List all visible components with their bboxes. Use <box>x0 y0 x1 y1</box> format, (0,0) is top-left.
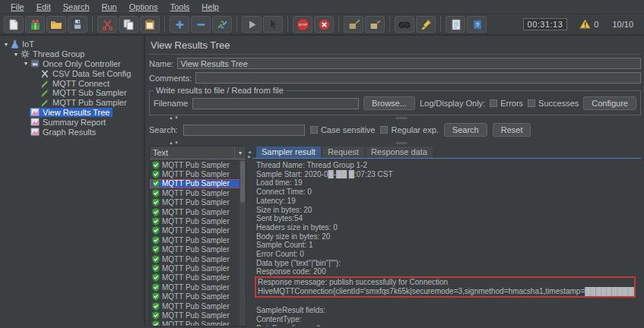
horizontal-splitter-top[interactable]: ▲▼ <box>149 115 641 121</box>
copy-button[interactable] <box>119 16 138 33</box>
tab-request[interactable]: Request <box>322 147 364 158</box>
menu-search[interactable]: Search <box>57 2 96 11</box>
configure-button[interactable]: Configure <box>583 96 636 110</box>
result-list-item[interactable]: MQTT Pub Sampler <box>150 169 246 178</box>
tree-item-csv-data-set-config[interactable]: CSV Data Set Config <box>0 68 144 78</box>
search-button[interactable] <box>395 16 414 33</box>
comments-input[interactable] <box>195 72 641 84</box>
filename-input[interactable] <box>192 98 359 109</box>
result-list-item[interactable]: MQTT Pub Sampler <box>150 320 246 326</box>
remote-start-all-button[interactable] <box>344 16 363 33</box>
tree-item-thread-group[interactable]: ▼Thread Group <box>0 49 144 59</box>
result-list-item[interactable]: MQTT Pub Sampler <box>150 263 246 273</box>
splitter-collapse-arrows-icon[interactable]: ▲▼ <box>169 115 179 121</box>
search-input[interactable] <box>183 125 305 136</box>
case-sensitive-checkbox[interactable] <box>310 126 318 134</box>
splitter-grip[interactable] <box>395 117 408 119</box>
tree-item-mqtt-pub-sampler[interactable]: MQTT Pub Sampler <box>0 98 144 108</box>
result-item-label: MQTT Pub Sampler <box>162 198 230 207</box>
result-list-item[interactable]: MQTT Pub Sampler <box>150 188 246 197</box>
menu-run[interactable]: Run <box>96 2 123 11</box>
start-no-pauses-button[interactable] <box>263 16 283 33</box>
reset-button[interactable]: Reset <box>493 123 531 137</box>
results-scrollbar[interactable] <box>240 159 246 326</box>
result-line: ContentType: <box>256 315 638 324</box>
tab-sampler-result[interactable]: Sampler result <box>256 147 321 158</box>
jmeter-window: FileEditSearchRunOptionsToolsHelp STOP? … <box>0 0 644 328</box>
result-list-item[interactable]: MQTT Pub Sampler <box>150 160 246 169</box>
renderer-combobox[interactable]: Text ▼ <box>150 147 246 159</box>
function-helper-button[interactable] <box>446 16 465 33</box>
clear-all-button[interactable] <box>416 16 436 33</box>
tree-item-mqtt-sub-sampler[interactable]: MQTT Sub Sampler <box>0 88 144 98</box>
expand-all-button[interactable] <box>170 16 189 33</box>
errors-checkbox[interactable] <box>490 99 497 107</box>
help-button[interactable]: ? <box>467 16 487 33</box>
new-button[interactable] <box>4 16 24 33</box>
paste-button[interactable] <box>140 16 160 33</box>
tree-item-label: CSV Data Set Config <box>52 69 131 78</box>
remote-stop-all-button[interactable] <box>365 16 385 33</box>
open-button[interactable] <box>46 16 66 33</box>
browse-button[interactable]: Browse... <box>363 96 415 110</box>
result-list-item[interactable]: MQTT Pub Sampler <box>150 254 246 263</box>
tree-item-iot[interactable]: ▼IoT <box>0 39 144 49</box>
tree-expander-icon[interactable]: ▼ <box>12 52 20 57</box>
scrollbar-thumb[interactable] <box>240 161 245 203</box>
menu-edit[interactable]: Edit <box>30 2 57 11</box>
result-list-item[interactable]: MQTT Pub Sampler <box>150 198 246 207</box>
result-list-item[interactable]: MQTT Pub Sampler <box>150 179 246 188</box>
toggle-button[interactable] <box>212 16 232 33</box>
result-list-item[interactable]: MQTT Pub Sampler <box>150 235 246 244</box>
shield-success-icon <box>152 283 160 292</box>
start-button[interactable] <box>242 16 262 33</box>
write-results-group-title: Write results to file / Read from file <box>154 86 286 95</box>
tree-item-summary-report[interactable]: Summary Report <box>0 117 144 127</box>
result-list-item[interactable]: MQTT Pub Sampler <box>150 226 246 235</box>
menu-tools[interactable]: Tools <box>164 2 196 11</box>
splitter-right-arrow-icon[interactable]: ▶ <box>248 154 251 159</box>
tree-item-view-results-tree[interactable]: View Results Tree <box>0 108 144 118</box>
tree-item-cell: View Results Tree <box>30 108 113 118</box>
result-list-item[interactable]: MQTT Pub Sampler <box>150 245 246 254</box>
vertical-splitter[interactable]: ◀ ▶ <box>246 146 252 326</box>
tree-item-once-only-controller[interactable]: ▼Once Only Controller <box>0 59 144 69</box>
result-list-item[interactable]: MQTT Pub Sampler <box>150 273 246 282</box>
case-sensitive-label: Case sensitive <box>321 125 376 134</box>
result-item-label: MQTT Pub Sampler <box>162 236 230 244</box>
sampler-icon <box>40 79 49 88</box>
successes-checkbox[interactable] <box>528 99 535 107</box>
menu-file[interactable]: File <box>5 2 30 11</box>
tab-response-data[interactable]: Response data <box>366 147 433 158</box>
tree-expander-icon[interactable]: ▼ <box>22 61 30 66</box>
splitter-collapse-arrows-icon[interactable]: ▲▼ <box>169 140 179 146</box>
collapse-all-button[interactable] <box>191 16 211 33</box>
result-list-item[interactable]: MQTT Pub Sampler <box>150 311 246 320</box>
search-button[interactable]: Search <box>444 123 487 137</box>
result-list-item[interactable]: MQTT Pub Sampler <box>150 301 246 311</box>
shield-success-icon <box>152 255 160 263</box>
result-list-item[interactable]: MQTT Pub Sampler <box>150 292 246 301</box>
log-warnings-indicator[interactable]: 0 <box>579 19 598 30</box>
save-button[interactable] <box>68 16 87 33</box>
tree-expander-icon[interactable]: ▼ <box>2 42 10 47</box>
horizontal-splitter-bottom[interactable]: ▲▼ <box>149 140 641 146</box>
tree-item-graph-results[interactable]: Graph Results <box>0 127 144 137</box>
tree-item-cell: MQTT Sub Sampler <box>40 88 130 98</box>
tree-item-mqtt-connect[interactable]: MQTT Connect <box>0 78 144 88</box>
stop-button[interactable]: STOP <box>293 16 312 33</box>
templates-button[interactable] <box>25 16 45 33</box>
regular-exp-checkbox[interactable] <box>380 126 388 134</box>
menu-options[interactable]: Options <box>123 2 164 11</box>
menu-help[interactable]: Help <box>195 2 225 11</box>
name-input[interactable] <box>177 58 641 69</box>
result-item-label: MQTT Pub Sampler <box>162 320 230 326</box>
result-item-label: MQTT Pub Sampler <box>162 217 230 226</box>
shutdown-button[interactable] <box>314 16 334 33</box>
result-list-item[interactable]: MQTT Pub Sampler <box>150 216 246 226</box>
result-list-item[interactable]: MQTT Pub Sampler <box>150 207 246 216</box>
cut-button[interactable] <box>97 16 117 33</box>
splitter-grip[interactable] <box>395 142 408 144</box>
sampler-result-content[interactable]: Thread Name: Thread Group 1-2Sample Star… <box>252 159 641 326</box>
result-list-item[interactable]: MQTT Pub Sampler <box>150 282 246 292</box>
